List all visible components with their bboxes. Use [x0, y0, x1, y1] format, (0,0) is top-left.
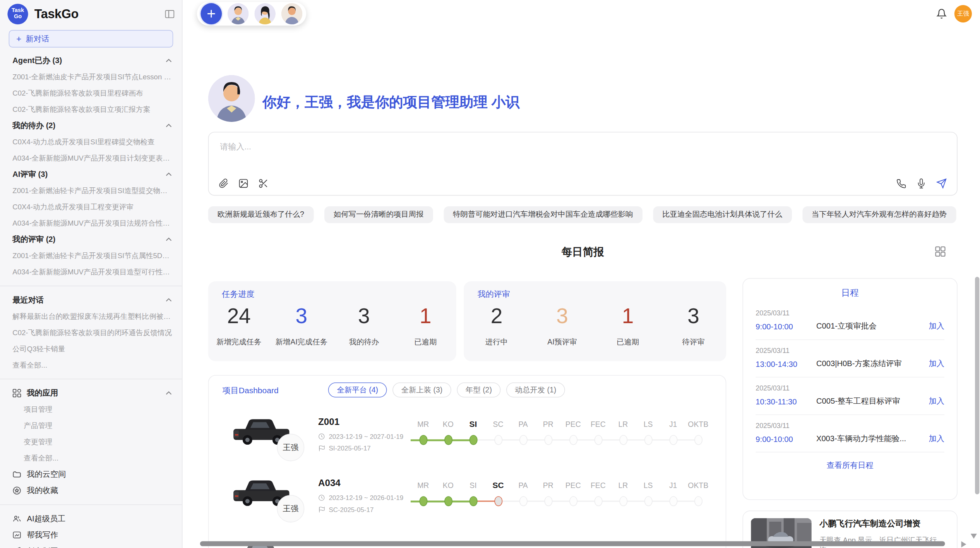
event-join-link[interactable]: 加入 [929, 359, 944, 369]
sidebar-item[interactable]: C02-飞腾新能源轻客改款项目里程碑画布 [0, 85, 182, 101]
filter-chip[interactable]: 全新平台 (4) [328, 382, 387, 397]
chevron-up-icon[interactable] [166, 238, 172, 241]
apps-view-all[interactable]: 查看全部... [0, 450, 182, 466]
sidebar-item[interactable]: A034-全新新能源MUV产品开发项目造型可行性评审 [0, 264, 182, 280]
milestone-label: PEC [560, 418, 586, 432]
user-avatar[interactable]: 王强 [954, 5, 972, 22]
stat-label: 已逾期 [401, 337, 451, 347]
milestone-track: MR KO SI SC PA PR PEC FEC LR LS J1 OKTB [411, 418, 711, 445]
filter-chip[interactable]: 年型 (2) [457, 382, 500, 397]
suggestion-chip[interactable]: 比亚迪全固态电池计划具体说了什么 [653, 206, 792, 223]
briefing-title: 每日简报 [208, 245, 958, 259]
sidebar-item-cloud-space[interactable]: 我的云空间 [0, 466, 182, 483]
cloud-space-label: 我的云空间 [27, 469, 66, 480]
filter-chip[interactable]: 全新上装 (3) [392, 382, 451, 397]
sidebar-item-creative-draw[interactable]: 创意制图 [0, 543, 182, 548]
chevron-up-icon[interactable] [166, 298, 172, 302]
sidebar-item[interactable]: A034-全新新能源MUV产品开发项目法规符合性评审 [0, 215, 182, 231]
project-milestone: SI-2025-05-17 [318, 444, 371, 452]
recent-chat-item[interactable]: 解释最新出台的欧盟报废车法规再生塑料比例被调至15%... [0, 308, 182, 324]
divider [0, 379, 182, 380]
sidebar-item[interactable]: C0X4-动力总成开发项目工程变更评审 [0, 199, 182, 215]
milestone-dot [494, 435, 502, 445]
recent-view-all[interactable]: 查看全部... [0, 357, 182, 373]
agent-avatar[interactable] [254, 3, 276, 24]
chevron-up-icon[interactable] [166, 124, 172, 128]
sidebar-section-recent-chats[interactable]: 最近对话 [0, 292, 182, 308]
milestone-label: LR [611, 479, 636, 493]
schedule-view-all[interactable]: 查看所有日程 [756, 461, 944, 471]
filter-chip[interactable]: 动总开发 (1) [506, 382, 565, 397]
attachment-icon[interactable] [219, 178, 229, 188]
scroll-down-arrow[interactable] [971, 534, 977, 539]
milestone-label: PR [536, 479, 561, 493]
chevron-up-icon[interactable] [166, 59, 172, 63]
new-chat-button[interactable]: + 新对话 [9, 30, 173, 48]
sidebar-item-product-mgmt[interactable]: 产品管理 [0, 418, 182, 434]
sidebar-section-ai-review[interactable]: AI评审 (3) [0, 166, 182, 183]
suggestion-chip[interactable]: 当下年轻人对汽车外观有怎样的喜好趋势 [802, 206, 956, 223]
sidebar-section-my-review[interactable]: 我的评审 (2) [0, 231, 182, 247]
sidebar-item-change-mgmt[interactable]: 变更管理 [0, 434, 182, 450]
project-code: Z001 [318, 416, 339, 426]
layout-grid-icon[interactable] [935, 246, 946, 257]
schedule-event: 2025/03/11 9:00-10:00 C001-立项审批会 加入 [756, 303, 944, 340]
milestone-label: PEC [560, 479, 586, 493]
sidebar-item[interactable]: Z001-全新燃油轻卡产品开发项目SI造型提交物评审 [0, 183, 182, 199]
milestone-label: MR [411, 418, 436, 432]
notification-bell-icon[interactable] [936, 8, 947, 19]
sidebar-item[interactable]: Z001-全新燃油皮卡产品开发项目SI节点Lesson Learn报告 [0, 69, 182, 85]
vertical-scrollbar-thumb[interactable] [975, 277, 979, 494]
sidebar-item-my-apps[interactable]: 我的应用 [0, 385, 182, 401]
milestone-label: OKTB [685, 418, 711, 432]
project-dashboard-card: 项目Dashboard 全新平台 (4) 全新上装 (3) 年型 (2) 动总开… [208, 375, 726, 548]
sidebar-section-agent-done[interactable]: Agent已办 (3) [0, 53, 182, 69]
sidebar-section-my-todo[interactable]: 我的待办 (2) [0, 118, 182, 134]
agent-avatar[interactable] [228, 3, 249, 24]
project-milestone-text: SC-2025-05-17 [329, 505, 373, 513]
sidebar-item-help-write[interactable]: 帮我写作 [0, 527, 182, 543]
event-join-link[interactable]: 加入 [929, 321, 944, 332]
scroll-right-arrow[interactable] [961, 541, 966, 547]
scissors-icon[interactable] [258, 178, 269, 188]
sidebar-item[interactable]: Z001-全新燃油轻卡产品开发项目SI节点属性5D文件评审 [0, 247, 182, 264]
project-code: A034 [318, 478, 341, 488]
sidebar: Task Go TaskGo + 新对话 Agent已办 (3) Z001-全新… [0, 0, 183, 548]
add-agent-button[interactable] [200, 3, 222, 24]
sidebar-header: Task Go TaskGo [0, 0, 182, 27]
phone-icon[interactable] [896, 178, 906, 188]
composer-left-tools [219, 178, 269, 188]
chevron-up-icon[interactable] [166, 173, 172, 176]
sidebar-item[interactable]: C0X4-动力总成开发项目SI里程碑提交物检查 [0, 134, 182, 150]
sidebar-item-project-mgmt[interactable]: 项目管理 [0, 401, 182, 418]
sidebar-item-favorites[interactable]: 我的收藏 [0, 483, 182, 499]
flag-icon [318, 445, 325, 452]
milestone-label: LS [636, 418, 661, 432]
suggestion-chip[interactable]: 如何写一份清晰的项目周报 [324, 206, 433, 223]
recent-chat-item[interactable]: 公司Q3轻卡销量 [0, 341, 182, 357]
event-join-link[interactable]: 加入 [929, 396, 944, 407]
horizontal-scrollbar-thumb[interactable] [200, 541, 945, 546]
event-date: 2025/03/11 [756, 422, 944, 429]
suggestion-chip[interactable]: 特朗普可能对进口汽车增税会对中国车企造成哪些影响 [444, 206, 642, 223]
message-input[interactable] [219, 140, 947, 171]
suggestion-chip[interactable]: 欧洲新规最近颁布了什么? [208, 206, 314, 223]
project-row[interactable]: 王强 A034 2023-12-19 ~ 2026-01-19 SC-2025-… [209, 471, 726, 531]
sidebar-item[interactable]: A034-全新新能源MUV产品开发项目计划变更表编写 [0, 150, 182, 166]
event-date: 2025/03/11 [756, 347, 944, 354]
sidebar-collapse-icon[interactable] [165, 10, 174, 18]
agent-avatar[interactable] [281, 3, 303, 24]
event-join-link[interactable]: 加入 [929, 434, 944, 444]
project-row[interactable]: 王强 Z001 2023-12-19 ~ 2027-01-19 SI-2025-… [209, 410, 726, 469]
chevron-up-icon[interactable] [166, 391, 172, 395]
sidebar-item-ai-employee[interactable]: AI超级员工 [0, 510, 182, 527]
image-icon[interactable] [238, 178, 248, 188]
sidebar-item[interactable]: C02-飞腾新能源轻客改款项目立项汇报方案 [0, 101, 182, 118]
stat-value: 2 [471, 305, 521, 326]
send-icon[interactable] [936, 178, 947, 188]
people-icon [12, 514, 21, 523]
app-screen: Task Go TaskGo + 新对话 Agent已办 (3) Z001-全新… [0, 0, 980, 548]
stat-label: AI预评审 [537, 337, 587, 347]
recent-chat-item[interactable]: C02-飞腾新能源轻客改款项目的闭环通告反馈情况 [0, 324, 182, 341]
microphone-icon[interactable] [916, 178, 926, 188]
